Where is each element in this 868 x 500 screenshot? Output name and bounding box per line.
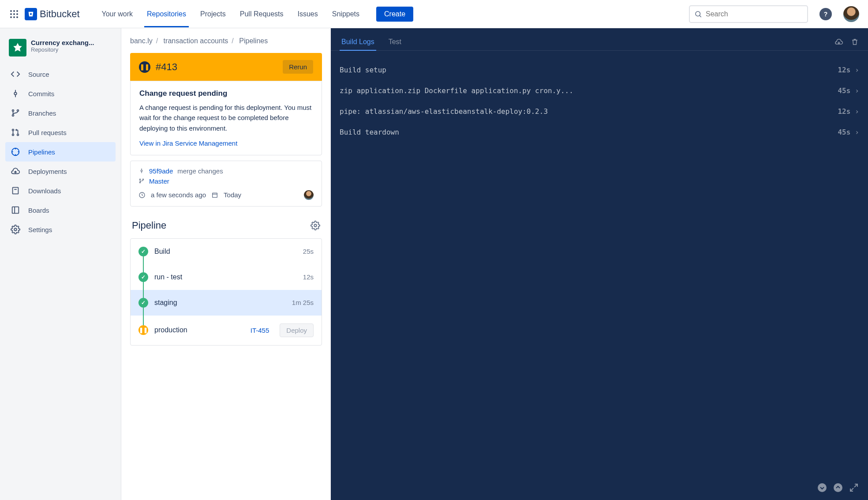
svg-point-24 (14, 228, 17, 231)
stage-run-test[interactable]: ✓ run - test 12s (131, 264, 322, 290)
search-box[interactable] (689, 5, 808, 23)
create-button[interactable]: Create (376, 7, 413, 22)
stage-production[interactable]: ❚❚ production IT-455 Deploy (131, 316, 322, 345)
chevron-right-icon: › (855, 66, 859, 74)
nav-issues[interactable]: Issues (292, 1, 324, 27)
breadcrumb-item[interactable]: transaction accounts (164, 37, 228, 45)
svg-point-0 (10, 10, 12, 12)
repo-header[interactable]: Currency exchang... Repository (5, 37, 116, 64)
notice-title: Change request pending (139, 89, 313, 98)
sidebar-item-label: Settings (28, 226, 52, 233)
commit-icon (11, 89, 20, 98)
search-input[interactable] (706, 10, 803, 18)
svg-point-30 (139, 182, 140, 183)
stage-staging[interactable]: ✓ staging 1m 25s (131, 290, 322, 316)
logs-tabs: Build Logs Test (331, 28, 868, 51)
deploy-button[interactable]: Deploy (280, 323, 314, 337)
status-pause-icon: ❚❚ (138, 325, 148, 335)
sidebar-item-label: Commits (28, 90, 54, 98)
nav-projects[interactable]: Projects (194, 1, 232, 27)
help-icon[interactable]: ? (819, 8, 832, 20)
svg-point-1 (13, 10, 15, 12)
sidebar-item-downloads[interactable]: Downloads (5, 181, 116, 200)
svg-rect-20 (13, 188, 19, 194)
log-line[interactable]: Build setup 12s › (340, 60, 859, 80)
branch-name[interactable]: Master (149, 177, 169, 185)
clock-icon (138, 192, 146, 199)
tab-test[interactable]: Test (387, 34, 403, 50)
user-avatar[interactable] (843, 6, 859, 22)
log-line[interactable]: zip application.zip Dockerfile applicati… (340, 80, 859, 101)
sidebar-item-pull-requests[interactable]: Pull requests (5, 123, 116, 142)
download-icon (11, 186, 20, 195)
svg-point-8 (16, 16, 18, 18)
notice-body: A change request is pending for this dep… (139, 102, 313, 133)
sidebar-item-deployments[interactable]: Deployments (5, 162, 116, 181)
pipelines-icon (11, 147, 20, 157)
svg-point-17 (12, 129, 14, 131)
topbar: Bitbucket Your work Repositories Project… (0, 0, 868, 28)
nav-repositories[interactable]: Repositories (141, 1, 192, 27)
download-logs-icon[interactable] (834, 38, 843, 46)
svg-point-34 (314, 224, 317, 227)
svg-point-35 (818, 483, 827, 492)
sidebar-item-settings[interactable]: Settings (5, 220, 116, 239)
branch-icon (138, 178, 145, 184)
nav-your-work[interactable]: Your work (96, 1, 139, 27)
svg-point-25 (141, 170, 142, 172)
run-header: ❚❚ #413 Rerun (130, 53, 322, 81)
sidebar-item-label: Pull requests (28, 129, 67, 136)
svg-line-10 (700, 15, 701, 17)
svg-point-2 (16, 10, 18, 12)
center-panel: banc.ly/ transaction accounts/ Pipelines… (121, 28, 331, 500)
sidebar-item-label: Source (28, 71, 49, 78)
jsm-link[interactable]: View in Jira Service Management (139, 139, 237, 147)
sidebar-item-commits[interactable]: Commits (5, 84, 116, 103)
delete-logs-icon[interactable] (850, 38, 859, 46)
log-lines: Build setup 12s › zip application.zip Do… (331, 51, 868, 151)
nav-snippets[interactable]: Snippets (326, 1, 366, 27)
commit-hash[interactable]: 95f9ade (149, 167, 173, 175)
issue-link[interactable]: IT-455 (251, 327, 269, 334)
top-nav: Your work Repositories Projects Pull Req… (96, 1, 366, 27)
change-request-card: Change request pending A change request … (130, 81, 322, 155)
board-icon (11, 205, 20, 215)
sidebar-item-boards[interactable]: Boards (5, 200, 116, 220)
branch-icon (11, 108, 20, 118)
svg-point-29 (142, 179, 143, 180)
apps-grid-icon[interactable] (9, 9, 19, 19)
svg-rect-22 (12, 207, 19, 214)
pull-request-icon (11, 128, 20, 137)
scroll-up-icon[interactable] (833, 482, 843, 493)
repo-type: Repository (31, 46, 94, 53)
repo-icon (9, 39, 26, 56)
svg-point-16 (12, 115, 14, 117)
svg-point-7 (13, 16, 15, 18)
author-avatar[interactable] (304, 190, 314, 200)
rerun-button[interactable]: Rerun (283, 60, 313, 74)
calendar-icon (211, 192, 218, 199)
code-icon (11, 69, 20, 79)
tab-build-logs[interactable]: Build Logs (340, 34, 376, 50)
breadcrumb-item[interactable]: Pipelines (239, 37, 268, 45)
product-logo[interactable]: Bitbucket (25, 8, 80, 20)
log-line[interactable]: Build teardown 45s › (340, 122, 859, 143)
sidebar-item-branches[interactable]: Branches (5, 103, 116, 123)
scroll-down-icon[interactable] (817, 482, 827, 493)
svg-point-36 (834, 483, 842, 492)
status-ok-icon: ✓ (138, 298, 148, 308)
pipeline-settings-icon[interactable] (311, 221, 320, 230)
status-ok-icon: ✓ (138, 247, 148, 256)
sidebar-item-label: Pipelines (28, 148, 55, 156)
sidebar-item-pipelines[interactable]: Pipelines (5, 142, 116, 162)
breadcrumb-item[interactable]: banc.ly (130, 37, 153, 45)
sidebar-item-source[interactable]: Source (5, 64, 116, 84)
expand-icon[interactable] (849, 482, 859, 493)
commit-age: a few seconds ago (151, 191, 206, 199)
nav-pull-requests[interactable]: Pull Requests (234, 1, 290, 27)
sidebar-item-label: Branches (28, 109, 56, 117)
repo-name: Currency exchang... (31, 39, 94, 46)
log-line[interactable]: pipe: atlassian/aws-elasticbeanstalk-dep… (340, 101, 859, 122)
pipeline-stages: ✓ Build 25s ✓ run - test 12s ✓ staging 1… (130, 238, 322, 346)
stage-build[interactable]: ✓ Build 25s (131, 239, 322, 264)
